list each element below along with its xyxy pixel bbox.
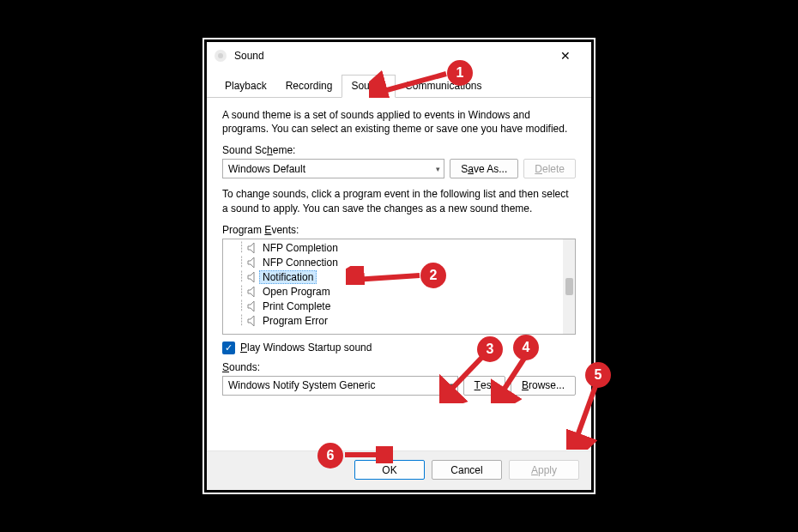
scrollbar-thumb[interactable] [565, 278, 573, 295]
event-item[interactable]: ┊Print Complete [223, 299, 563, 314]
annotation-badge-2: 2 [420, 263, 446, 288]
svg-point-1 [218, 53, 223, 58]
svg-marker-6 [248, 301, 254, 311]
program-events-label: Program Events: [222, 224, 576, 236]
program-events-listbox[interactable]: ┊NFP Completion┊NFP Connection┊Notificat… [222, 239, 576, 335]
svg-line-17 [575, 386, 595, 443]
speaker-icon [247, 271, 259, 283]
tree-line-icon: ┊ [235, 241, 247, 256]
speaker-icon [247, 300, 259, 312]
annotation-badge-5: 5 [585, 362, 611, 388]
svg-marker-7 [248, 316, 254, 326]
apply-button[interactable]: Apply [509, 460, 579, 480]
annotation-badge-3: 3 [477, 336, 503, 362]
event-label: Open Program [263, 286, 330, 298]
speaker-icon [247, 257, 259, 269]
annotation-badge-6: 6 [317, 443, 343, 469]
event-item[interactable]: ┊Program Error [223, 314, 563, 329]
event-label: Program Error [263, 315, 328, 327]
annotation-arrow-6 [342, 446, 393, 463]
events-description: To change sounds, click a program event … [222, 187, 576, 215]
listbox-scrollbar[interactable] [563, 239, 575, 334]
sounds-value: Windows Notify System Generic [228, 379, 375, 391]
event-label: Print Complete [263, 300, 330, 312]
sound-scheme-select[interactable]: Windows Default ▾ [222, 159, 444, 178]
dialog-title: Sound [234, 50, 547, 62]
event-item[interactable]: ┊NFP Completion [223, 241, 563, 256]
speaker-icon [247, 286, 259, 298]
tab-recording[interactable]: Recording [276, 75, 342, 97]
scheme-label: Sound Scheme: [222, 144, 576, 156]
titlebar: Sound ✕ [207, 42, 591, 70]
theme-description: A sound theme is a set of sounds applied… [222, 108, 576, 136]
speaker-icon [247, 315, 259, 327]
annotation-arrow-5 [566, 383, 604, 450]
svg-marker-2 [248, 243, 254, 253]
tree-line-icon: ┊ [235, 314, 247, 329]
tree-line-icon: ┊ [235, 299, 247, 314]
event-label: NFP Completion [263, 242, 338, 254]
tree-line-icon: ┊ [235, 285, 247, 299]
annotation-badge-1: 1 [447, 60, 473, 86]
chevron-down-icon: ▾ [436, 165, 440, 173]
annotation-arrow-4 [491, 354, 534, 403]
svg-line-9 [378, 74, 446, 93]
svg-line-11 [354, 275, 420, 280]
event-label: NFP Connection [263, 257, 338, 269]
sound-scheme-value: Windows Default [228, 163, 305, 175]
tree-line-icon: ┊ [235, 256, 247, 270]
svg-marker-3 [248, 257, 254, 268]
svg-marker-5 [248, 287, 254, 297]
dialog-buttons: OK Cancel Apply [207, 450, 591, 490]
events-list: ┊NFP Completion┊NFP Connection┊Notificat… [223, 239, 563, 334]
svg-marker-4 [248, 272, 254, 282]
close-button[interactable]: ✕ [547, 44, 584, 68]
delete-button: Delete [523, 159, 576, 178]
startup-checkbox[interactable]: ✓ [222, 342, 235, 354]
event-label: Notification [259, 270, 317, 284]
annotation-arrow-2 [346, 266, 425, 285]
annotation-arrow-3 [439, 352, 487, 403]
cancel-button[interactable]: Cancel [432, 460, 502, 480]
speaker-icon [247, 242, 259, 254]
tab-playback[interactable]: Playback [215, 75, 276, 97]
event-item[interactable]: ┊Open Program [223, 285, 563, 299]
sound-app-icon [214, 49, 227, 63]
tree-line-icon: ┊ [235, 270, 247, 285]
startup-label: Play Windows Startup sound [240, 342, 372, 354]
svg-line-15 [499, 357, 525, 396]
svg-line-13 [446, 355, 484, 395]
save-as-button[interactable]: Save As... [450, 159, 518, 178]
sounds-select[interactable]: Windows Notify System Generic ▾ [222, 376, 458, 396]
annotation-badge-4: 4 [513, 335, 539, 360]
annotation-arrow-1 [369, 67, 450, 98]
